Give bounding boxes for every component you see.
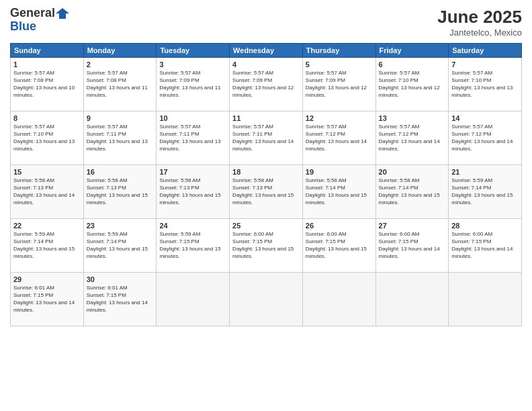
day-info: Sunrise: 5:57 AMSunset: 7:10 PMDaylight:… (13, 124, 81, 152)
table-row (157, 273, 230, 326)
table-row: 21Sunrise: 5:59 AMSunset: 7:14 PMDayligh… (449, 165, 522, 219)
calendar-table: Sunday Monday Tuesday Wednesday Thursday… (10, 43, 522, 326)
day-number: 28 (451, 221, 519, 230)
table-row: 26Sunrise: 6:00 AMSunset: 7:15 PMDayligh… (302, 219, 375, 273)
header: General Blue June 2025 Jantetelco, Mexic… (10, 7, 522, 38)
table-row (302, 273, 375, 326)
day-number: 15 (13, 167, 81, 177)
table-row: 6Sunrise: 5:57 AMSunset: 7:10 PMDaylight… (375, 58, 449, 111)
col-wednesday: Wednesday (230, 44, 303, 58)
day-info: Sunrise: 5:58 AMSunset: 7:14 PMDaylight:… (306, 177, 373, 206)
col-monday: Monday (83, 44, 157, 58)
day-number: 16 (87, 167, 154, 177)
day-number: 30 (87, 275, 154, 284)
calendar-week-3: 15Sunrise: 5:58 AMSunset: 7:13 PMDayligh… (11, 165, 522, 219)
table-row: 23Sunrise: 5:59 AMSunset: 7:14 PMDayligh… (83, 219, 157, 273)
day-number: 24 (159, 221, 226, 230)
day-info: Sunrise: 5:58 AMSunset: 7:13 PMDaylight:… (13, 177, 81, 206)
day-number: 2 (87, 60, 154, 69)
col-saturday: Saturday (449, 44, 522, 58)
day-info: Sunrise: 5:58 AMSunset: 7:14 PMDaylight:… (379, 177, 446, 206)
day-info: Sunrise: 5:57 AMSunset: 7:09 PMDaylight:… (306, 70, 373, 99)
day-info: Sunrise: 5:58 AMSunset: 7:13 PMDaylight:… (87, 177, 154, 206)
table-row: 1Sunrise: 5:57 AMSunset: 7:08 PMDaylight… (11, 58, 84, 111)
day-number: 27 (379, 221, 446, 230)
day-info: Sunrise: 5:57 AMSunset: 7:11 PMDaylight:… (87, 124, 154, 152)
logo-blue: Blue (10, 20, 69, 34)
table-row: 8Sunrise: 5:57 AMSunset: 7:10 PMDaylight… (11, 111, 84, 165)
table-row: 30Sunrise: 6:01 AMSunset: 7:15 PMDayligh… (83, 273, 157, 326)
table-row: 4Sunrise: 5:57 AMSunset: 7:09 PMDaylight… (230, 58, 303, 111)
location: Jantetelco, Mexico (437, 28, 522, 38)
day-number: 17 (159, 167, 226, 177)
month-title: June 2025 (437, 7, 522, 28)
page: General Blue June 2025 Jantetelco, Mexic… (0, 0, 532, 411)
day-number: 22 (13, 221, 81, 230)
day-number: 3 (159, 60, 226, 69)
table-row: 27Sunrise: 6:00 AMSunset: 7:15 PMDayligh… (375, 219, 449, 273)
day-info: Sunrise: 5:59 AMSunset: 7:14 PMDaylight:… (13, 231, 81, 260)
day-info: Sunrise: 6:00 AMSunset: 7:15 PMDaylight:… (232, 231, 300, 260)
day-number: 9 (87, 113, 154, 123)
day-number: 18 (232, 167, 300, 177)
day-info: Sunrise: 5:57 AMSunset: 7:08 PMDaylight:… (87, 70, 154, 99)
table-row: 20Sunrise: 5:58 AMSunset: 7:14 PMDayligh… (375, 165, 449, 219)
day-number: 20 (379, 167, 446, 177)
table-row: 18Sunrise: 5:58 AMSunset: 7:13 PMDayligh… (230, 165, 303, 219)
table-row: 3Sunrise: 5:57 AMSunset: 7:09 PMDaylight… (157, 58, 230, 111)
day-number: 19 (306, 167, 373, 177)
day-info: Sunrise: 5:57 AMSunset: 7:08 PMDaylight:… (13, 70, 81, 99)
day-number: 13 (379, 113, 446, 123)
day-info: Sunrise: 6:00 AMSunset: 7:15 PMDaylight:… (306, 231, 373, 260)
calendar-week-4: 22Sunrise: 5:59 AMSunset: 7:14 PMDayligh… (11, 219, 522, 273)
table-row: 11Sunrise: 5:57 AMSunset: 7:11 PMDayligh… (230, 111, 303, 165)
day-info: Sunrise: 5:59 AMSunset: 7:14 PMDaylight:… (451, 177, 519, 206)
calendar-header-row: Sunday Monday Tuesday Wednesday Thursday… (11, 44, 522, 58)
table-row: 9Sunrise: 5:57 AMSunset: 7:11 PMDaylight… (83, 111, 157, 165)
table-row: 5Sunrise: 5:57 AMSunset: 7:09 PMDaylight… (302, 58, 375, 111)
day-number: 10 (159, 113, 226, 123)
day-number: 8 (13, 113, 81, 123)
day-info: Sunrise: 6:00 AMSunset: 7:15 PMDaylight:… (379, 231, 446, 260)
table-row: 2Sunrise: 5:57 AMSunset: 7:08 PMDaylight… (83, 58, 157, 111)
table-row: 29Sunrise: 6:01 AMSunset: 7:15 PMDayligh… (11, 273, 84, 326)
table-row: 28Sunrise: 6:00 AMSunset: 7:15 PMDayligh… (449, 219, 522, 273)
day-info: Sunrise: 5:57 AMSunset: 7:11 PMDaylight:… (159, 124, 226, 152)
col-tuesday: Tuesday (157, 44, 230, 58)
day-number: 23 (87, 221, 154, 230)
calendar-week-1: 1Sunrise: 5:57 AMSunset: 7:08 PMDaylight… (11, 58, 522, 111)
day-info: Sunrise: 5:59 AMSunset: 7:15 PMDaylight:… (159, 231, 226, 260)
calendar-week-5: 29Sunrise: 6:01 AMSunset: 7:15 PMDayligh… (11, 273, 522, 326)
day-number: 14 (451, 113, 519, 123)
logo-general: General (10, 7, 69, 20)
col-thursday: Thursday (302, 44, 375, 58)
day-info: Sunrise: 5:58 AMSunset: 7:13 PMDaylight:… (159, 177, 226, 206)
day-info: Sunrise: 5:57 AMSunset: 7:10 PMDaylight:… (451, 70, 519, 99)
day-number: 7 (451, 60, 519, 69)
day-info: Sunrise: 5:57 AMSunset: 7:12 PMDaylight:… (306, 124, 373, 152)
day-info: Sunrise: 6:00 AMSunset: 7:15 PMDaylight:… (451, 231, 519, 260)
day-info: Sunrise: 5:57 AMSunset: 7:09 PMDaylight:… (159, 70, 226, 99)
table-row (375, 273, 449, 326)
table-row: 15Sunrise: 5:58 AMSunset: 7:13 PMDayligh… (11, 165, 84, 219)
day-number: 12 (306, 113, 373, 123)
day-info: Sunrise: 5:57 AMSunset: 7:12 PMDaylight:… (379, 124, 446, 152)
table-row: 12Sunrise: 5:57 AMSunset: 7:12 PMDayligh… (302, 111, 375, 165)
table-row: 24Sunrise: 5:59 AMSunset: 7:15 PMDayligh… (157, 219, 230, 273)
day-number: 29 (13, 275, 81, 284)
day-number: 4 (232, 60, 300, 69)
day-number: 6 (379, 60, 446, 69)
day-info: Sunrise: 6:01 AMSunset: 7:15 PMDaylight:… (87, 285, 154, 314)
table-row: 16Sunrise: 5:58 AMSunset: 7:13 PMDayligh… (83, 165, 157, 219)
day-number: 11 (232, 113, 300, 123)
title-block: June 2025 Jantetelco, Mexico (437, 7, 522, 38)
calendar-week-2: 8Sunrise: 5:57 AMSunset: 7:10 PMDaylight… (11, 111, 522, 165)
table-row: 17Sunrise: 5:58 AMSunset: 7:13 PMDayligh… (157, 165, 230, 219)
col-friday: Friday (375, 44, 449, 58)
table-row: 10Sunrise: 5:57 AMSunset: 7:11 PMDayligh… (157, 111, 230, 165)
day-info: Sunrise: 5:59 AMSunset: 7:14 PMDaylight:… (87, 231, 154, 260)
day-info: Sunrise: 5:57 AMSunset: 7:11 PMDaylight:… (232, 124, 300, 152)
col-sunday: Sunday (11, 44, 84, 58)
day-number: 1 (13, 60, 81, 69)
logo-icon (56, 7, 69, 20)
